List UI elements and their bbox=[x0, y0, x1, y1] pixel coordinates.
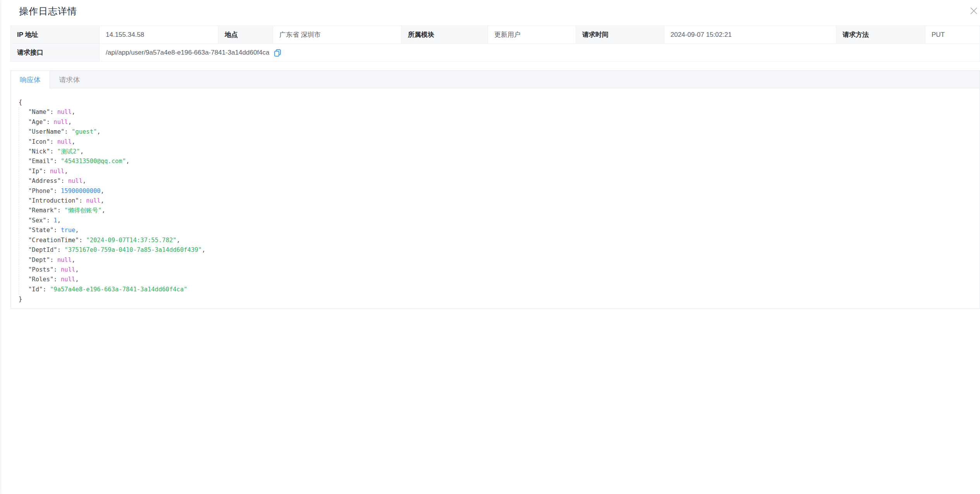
request-api-path: /api/app/user/9a57a4e8-e196-663a-7841-3a… bbox=[106, 49, 270, 57]
copy-button[interactable] bbox=[273, 48, 282, 57]
json-line: "Sex": 1, bbox=[28, 216, 972, 225]
tab-response-body[interactable]: 响应体 bbox=[11, 71, 50, 89]
json-line: "Dept": null, bbox=[28, 255, 972, 265]
response-body-panel: { "Name": null,"Age": null,"UserName": "… bbox=[11, 88, 980, 305]
tabs-header: 响应体 请求体 bbox=[11, 71, 980, 88]
json-line: "CreationTime": "2024-09-07T14:37:55.782… bbox=[28, 236, 972, 245]
field-label-request-time: 请求时间 bbox=[576, 26, 664, 44]
field-label-request-api: 请求接口 bbox=[11, 44, 100, 62]
tab-request-body[interactable]: 请求体 bbox=[50, 71, 89, 89]
json-line: "Icon": null, bbox=[28, 137, 972, 147]
json-body: "Name": null,"Age": null,"UserName": "gu… bbox=[19, 107, 972, 294]
close-icon bbox=[970, 7, 978, 15]
field-value-location: 广东省 深圳市 bbox=[273, 26, 402, 44]
field-label-location: 地点 bbox=[218, 26, 273, 44]
json-close-brace: } bbox=[19, 294, 972, 304]
json-line: "Introduction": null, bbox=[28, 196, 972, 206]
field-value-ip: 14.155.34.58 bbox=[100, 26, 218, 44]
page-title: 操作日志详情 bbox=[19, 5, 77, 17]
json-line: "State": true, bbox=[28, 225, 972, 235]
field-label-ip: IP 地址 bbox=[11, 26, 100, 44]
field-label-module: 所属模块 bbox=[402, 26, 488, 44]
field-value-request-method: PUT bbox=[925, 26, 980, 44]
json-line: "Ip": null, bbox=[28, 167, 972, 176]
json-line: "Id": "9a57a4e8-e196-663a-7841-3a14dd60f… bbox=[28, 285, 972, 294]
drawer-header: 操作日志详情 bbox=[1, 0, 980, 26]
json-line: "Address": null, bbox=[28, 176, 972, 186]
json-line: "DeptId": "375167e0-759a-0410-7a85-3a14d… bbox=[28, 245, 972, 255]
json-line: "Nick": "测试2", bbox=[28, 147, 972, 157]
field-value-module: 更新用户 bbox=[488, 26, 576, 44]
field-label-request-method: 请求方法 bbox=[836, 26, 925, 44]
json-line: "Age": null, bbox=[28, 117, 972, 127]
field-value-request-api: /api/app/user/9a57a4e8-e196-663a-7841-3a… bbox=[100, 44, 980, 62]
json-line: "Posts": null, bbox=[28, 265, 972, 275]
log-detail-table: IP 地址 14.155.34.58 地点 广东省 深圳市 所属模块 更新用户 … bbox=[10, 26, 980, 62]
body-tabs-card: 响应体 请求体 { "Name": null,"Age": null,"User… bbox=[10, 71, 980, 309]
json-line: "Email": "454313500@qq.com", bbox=[28, 157, 972, 166]
json-line: "Name": null, bbox=[28, 107, 972, 117]
json-line: "Phone": 15900000000, bbox=[28, 186, 972, 196]
field-value-request-time: 2024-09-07 15:02:21 bbox=[664, 26, 836, 44]
json-line: "Remark": "懒得创账号", bbox=[28, 206, 972, 215]
copy-icon bbox=[273, 48, 282, 57]
operation-log-detail-drawer: 操作日志详情 IP 地址 14.155.34.58 地点 广东省 深圳市 所属模… bbox=[1, 0, 980, 494]
json-open-brace: { bbox=[19, 98, 972, 107]
json-line: "Roles": null, bbox=[28, 275, 972, 284]
json-viewer: { "Name": null,"Age": null,"UserName": "… bbox=[19, 98, 972, 305]
close-button[interactable] bbox=[968, 5, 979, 16]
json-line: "UserName": "guest", bbox=[28, 127, 972, 137]
